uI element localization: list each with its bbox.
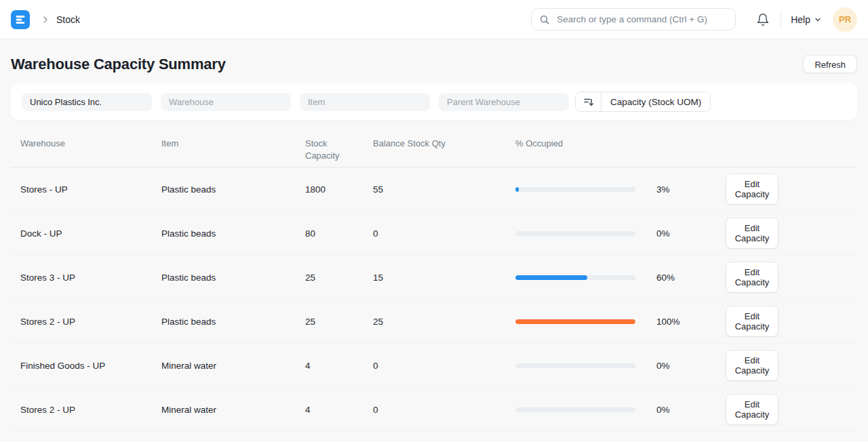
sort-field-button[interactable]: Capacity (Stock UOM)	[601, 92, 710, 111]
progress-track	[515, 275, 635, 280]
warehouse-cell: Stores - UP	[20, 184, 161, 195]
percent-occupied-cell: 0%	[656, 228, 724, 239]
percent-occupied-cell: 60%	[656, 273, 724, 283]
filter-bar: Capacity (Stock UOM)	[11, 83, 857, 120]
balance-stock-qty-cell: 15	[373, 273, 515, 283]
progress-track	[515, 363, 635, 368]
navbar: Stock Help PR	[0, 0, 868, 39]
sort-control: Capacity (Stock UOM)	[575, 92, 711, 112]
stock-capacity-cell: 80	[305, 228, 373, 239]
progress-fill	[515, 187, 519, 192]
chevron-down-icon	[814, 16, 822, 24]
stock-capacity-cell: 1800	[305, 184, 373, 195]
sort-direction-button[interactable]	[576, 92, 601, 111]
column-header-item: Item	[161, 138, 305, 150]
balance-stock-qty-cell: 25	[373, 317, 515, 327]
occupancy-progress-bar	[515, 231, 656, 236]
progress-track	[515, 319, 635, 324]
erpnext-logo-icon	[13, 12, 28, 27]
occupancy-progress-bar	[515, 407, 656, 412]
notifications-button[interactable]	[753, 10, 772, 29]
progress-fill	[515, 319, 635, 324]
bell-icon	[756, 13, 770, 26]
stock-capacity-cell: 4	[305, 361, 373, 371]
item-cell: Plastic beads	[161, 228, 305, 239]
user-avatar[interactable]: PR	[833, 7, 857, 32]
search-input[interactable]	[555, 14, 728, 25]
occupancy-progress-bar	[515, 319, 656, 324]
app-logo[interactable]	[11, 10, 30, 29]
warehouse-cell: Dock - UP	[20, 228, 161, 239]
table-row: Stores 3 - UP Plastic beads 25 15 60% Ed…	[11, 256, 857, 300]
edit-capacity-button[interactable]: Edit Capacity	[726, 218, 778, 249]
warehouse-cell: Stores 2 - UP	[20, 405, 161, 415]
progress-track	[515, 231, 635, 236]
stock-capacity-cell: 25	[305, 317, 373, 327]
warehouse-cell: Stores 2 - UP	[20, 317, 161, 327]
item-cell: Mineral water	[161, 405, 305, 415]
stock-capacity-cell: 25	[305, 273, 373, 283]
item-cell: Plastic beads	[161, 184, 305, 195]
item-cell: Plastic beads	[161, 273, 305, 283]
edit-capacity-button[interactable]: Edit Capacity	[726, 174, 778, 205]
avatar-initials: PR	[839, 14, 851, 24]
balance-stock-qty-cell: 0	[373, 361, 515, 371]
table-row: Finished Goods - UP Mineral water 4 0 0%…	[11, 344, 857, 388]
table-row: Stores 2 - UP Mineral water 4 0 0% Edit …	[11, 388, 857, 432]
edit-capacity-button[interactable]: Edit Capacity	[726, 306, 778, 337]
page-header: Warehouse Capacity Summary Refresh	[0, 39, 868, 81]
progress-fill	[515, 275, 587, 280]
table-body: Stores - UP Plastic beads 1800 55 3% Edi…	[11, 167, 857, 432]
edit-capacity-button[interactable]: Edit Capacity	[726, 394, 778, 425]
parent-warehouse-filter-input[interactable]	[439, 93, 569, 111]
table-row: Stores - UP Plastic beads 1800 55 3% Edi…	[11, 167, 857, 212]
column-header-balance-stock-qty: Balance Stock Qty	[373, 138, 515, 150]
breadcrumb[interactable]: Stock	[56, 14, 80, 25]
percent-occupied-cell: 100%	[656, 317, 724, 327]
percent-occupied-cell: 3%	[656, 184, 724, 195]
item-cell: Mineral water	[161, 361, 305, 371]
table-row: Stores 2 - UP Plastic beads 25 25 100% E…	[11, 300, 857, 344]
search-icon	[539, 14, 550, 25]
edit-capacity-button[interactable]: Edit Capacity	[726, 262, 778, 293]
navbar-divider	[781, 12, 781, 28]
sort-descending-icon	[583, 96, 595, 108]
warehouse-cell: Stores 3 - UP	[20, 273, 161, 283]
balance-stock-qty-cell: 0	[373, 405, 515, 415]
help-label: Help	[791, 14, 810, 25]
item-cell: Plastic beads	[161, 317, 305, 327]
percent-occupied-cell: 0%	[656, 405, 724, 415]
edit-capacity-button[interactable]: Edit Capacity	[726, 350, 778, 381]
warehouse-cell: Finished Goods - UP	[20, 361, 161, 371]
report-table: Warehouse Item Stock Capacity Balance St…	[11, 130, 857, 432]
column-header-warehouse: Warehouse	[20, 138, 161, 150]
balance-stock-qty-cell: 55	[373, 184, 515, 195]
stock-capacity-cell: 4	[305, 405, 373, 415]
page-title: Warehouse Capacity Summary	[11, 56, 226, 73]
column-header-percent-occupied: % Occupied	[515, 138, 656, 150]
occupancy-progress-bar	[515, 363, 656, 368]
occupancy-progress-bar	[515, 275, 656, 280]
chevron-right-icon	[40, 14, 51, 25]
warehouse-filter-input[interactable]	[161, 93, 291, 111]
global-search[interactable]	[531, 8, 736, 31]
company-filter-input[interactable]	[22, 93, 152, 111]
column-header-stock-capacity: Stock Capacity	[305, 138, 373, 162]
table-header-row: Warehouse Item Stock Capacity Balance St…	[11, 130, 857, 167]
item-filter-input[interactable]	[300, 93, 430, 111]
help-menu[interactable]: Help	[791, 14, 822, 25]
balance-stock-qty-cell: 0	[373, 228, 515, 239]
refresh-button[interactable]: Refresh	[803, 55, 857, 73]
percent-occupied-cell: 0%	[656, 361, 724, 371]
progress-track	[515, 407, 635, 412]
navbar-right: Help PR	[753, 7, 857, 32]
progress-track	[515, 187, 635, 192]
occupancy-progress-bar	[515, 187, 656, 192]
table-row: Dock - UP Plastic beads 80 0 0% Edit Cap…	[11, 212, 857, 256]
